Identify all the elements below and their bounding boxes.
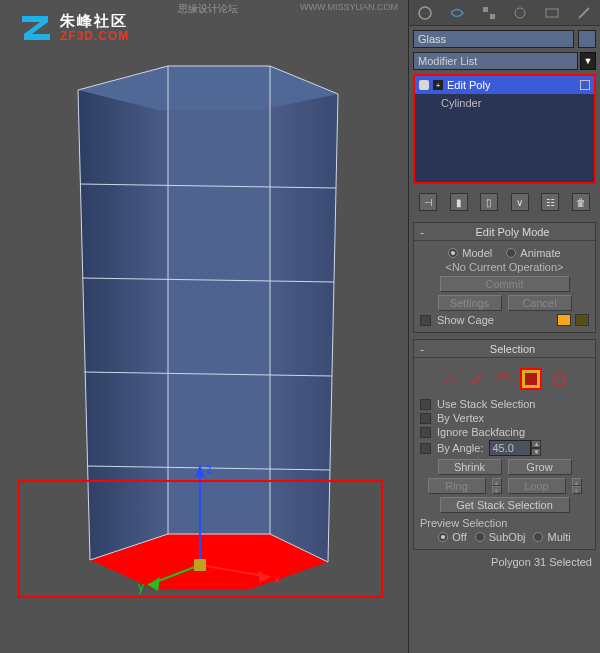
svg-point-30 xyxy=(453,382,456,385)
remove-modifier-icon[interactable]: ∨ xyxy=(511,193,529,211)
cancel-button[interactable]: Cancel xyxy=(508,295,572,311)
animate-radio[interactable]: Animate xyxy=(506,247,560,259)
collapse-icon[interactable]: - xyxy=(414,226,430,238)
ring-spinner-up[interactable]: ▲ xyxy=(492,478,502,486)
polygon-subobj-icon[interactable] xyxy=(520,368,542,390)
stack-end-icon xyxy=(580,80,590,90)
preview-selection-label: Preview Selection xyxy=(420,517,589,529)
loop-button[interactable]: Loop xyxy=(508,478,566,494)
grow-button[interactable]: Grow xyxy=(508,459,572,475)
object-color-swatch[interactable] xyxy=(578,30,596,48)
cage-color-1[interactable] xyxy=(557,314,571,326)
dropdown-arrow-icon[interactable]: ▼ xyxy=(580,52,596,70)
loop-spinner-down[interactable]: ▼ xyxy=(572,486,582,494)
watermark-text: 思缘设计论坛 xyxy=(178,2,238,16)
svg-rect-27 xyxy=(546,9,558,17)
stack-item-label: Edit Poly xyxy=(447,79,490,91)
create-tab-icon[interactable] xyxy=(416,4,434,22)
model-radio[interactable]: Model xyxy=(448,247,492,259)
svg-marker-1 xyxy=(168,66,270,534)
rollup-header[interactable]: - Selection xyxy=(414,340,595,358)
get-stack-selection-button[interactable]: Get Stack Selection xyxy=(440,497,570,513)
settings-button[interactable]: Settings xyxy=(438,295,502,311)
logo-z-icon xyxy=(18,10,54,46)
rollup-title: Edit Poly Mode xyxy=(430,226,595,238)
viewport-3d[interactable]: 朱峰社区 ZF3D.COM xyxy=(0,0,410,653)
svg-marker-0 xyxy=(78,66,168,560)
motion-tab-icon[interactable] xyxy=(511,4,529,22)
preview-off-radio[interactable]: Off xyxy=(438,531,466,543)
spinner-up-icon[interactable]: ▲ xyxy=(531,440,541,448)
svg-point-26 xyxy=(515,8,525,18)
edit-poly-mode-rollup: - Edit Poly Mode Model Animate <No Curre… xyxy=(413,222,596,333)
selection-status: Polygon 31 Selected xyxy=(409,552,600,572)
element-subobj-icon[interactable] xyxy=(550,370,568,388)
pin-stack-icon[interactable]: ⊣ xyxy=(419,193,437,211)
commit-button[interactable]: Commit xyxy=(440,276,570,292)
watermark-url: WWW.MISSYUAN.COM xyxy=(300,2,398,12)
loop-spinner-up[interactable]: ▲ xyxy=(572,478,582,486)
hexagonal-prism-mesh[interactable]: z x y xyxy=(60,50,360,600)
svg-point-23 xyxy=(419,7,431,19)
object-name-input[interactable] xyxy=(413,30,574,48)
by-angle-checkbox[interactable] xyxy=(420,443,431,454)
logo-text-en: ZF3D.COM xyxy=(60,30,129,43)
angle-spinner[interactable]: ▲▼ xyxy=(489,440,541,456)
ignore-backfacing-checkbox[interactable] xyxy=(420,427,431,438)
modifier-stack-edit-poly[interactable]: + Edit Poly xyxy=(415,76,594,94)
svg-rect-24 xyxy=(483,7,488,12)
display-tab-icon[interactable] xyxy=(543,4,561,22)
svg-text:z: z xyxy=(206,462,212,476)
svg-text:y: y xyxy=(138,580,144,594)
hierarchy-tab-icon[interactable] xyxy=(480,4,498,22)
spinner-down-icon[interactable]: ▼ xyxy=(531,448,541,456)
modifier-list-dropdown[interactable]: Modifier List xyxy=(413,52,578,70)
ring-spinner-down[interactable]: ▼ xyxy=(492,486,502,494)
selection-rollup: - Selection Use Stack Selection By Verte… xyxy=(413,339,596,550)
border-subobj-icon[interactable] xyxy=(494,370,512,388)
shrink-button[interactable]: Shrink xyxy=(438,459,502,475)
svg-text:x: x xyxy=(274,572,280,586)
show-cage-checkbox[interactable] xyxy=(420,315,431,326)
show-cage-label: Show Cage xyxy=(437,314,494,326)
current-operation-label: <No Current Operation> xyxy=(420,261,589,273)
svg-marker-2 xyxy=(270,66,338,562)
command-panel: Modifier List ▼ + Edit Poly Cylinder ⊣ ▮… xyxy=(408,0,600,653)
logo-text-cn: 朱峰社区 xyxy=(60,13,129,30)
svg-point-28 xyxy=(445,382,448,385)
svg-point-29 xyxy=(449,375,452,378)
configure-sets-icon[interactable]: ☷ xyxy=(541,193,559,211)
collapse-icon[interactable]: - xyxy=(414,343,430,355)
modifier-stack[interactable]: + Edit Poly Cylinder xyxy=(413,74,596,184)
logo-watermark: 朱峰社区 ZF3D.COM xyxy=(18,10,129,46)
bulb-icon[interactable] xyxy=(419,80,429,90)
modify-tab-icon[interactable] xyxy=(448,4,466,22)
ring-button[interactable]: Ring xyxy=(428,478,486,494)
rollup-header[interactable]: - Edit Poly Mode xyxy=(414,223,595,241)
panel-tabs xyxy=(409,0,600,26)
make-unique-icon[interactable]: ▯ xyxy=(480,193,498,211)
svg-rect-22 xyxy=(194,559,206,571)
show-end-result-icon[interactable]: ▮ xyxy=(450,193,468,211)
trash-icon[interactable]: 🗑 xyxy=(572,193,590,211)
svg-rect-25 xyxy=(490,14,495,19)
modifier-stack-cylinder[interactable]: Cylinder xyxy=(415,94,594,112)
vertex-subobj-icon[interactable] xyxy=(442,370,460,388)
by-vertex-checkbox[interactable] xyxy=(420,413,431,424)
svg-rect-31 xyxy=(554,374,564,384)
cage-color-2[interactable] xyxy=(575,314,589,326)
use-stack-selection-checkbox[interactable] xyxy=(420,399,431,410)
preview-subobj-radio[interactable]: SubObj xyxy=(475,531,526,543)
stack-toolbar: ⊣ ▮ ▯ ∨ ☷ 🗑 xyxy=(413,188,596,216)
edge-subobj-icon[interactable] xyxy=(468,370,486,388)
stack-item-label: Cylinder xyxy=(441,97,481,109)
rollup-title: Selection xyxy=(430,343,595,355)
preview-multi-radio[interactable]: Multi xyxy=(533,531,570,543)
expand-icon[interactable]: + xyxy=(433,80,443,90)
utilities-tab-icon[interactable] xyxy=(575,4,593,22)
